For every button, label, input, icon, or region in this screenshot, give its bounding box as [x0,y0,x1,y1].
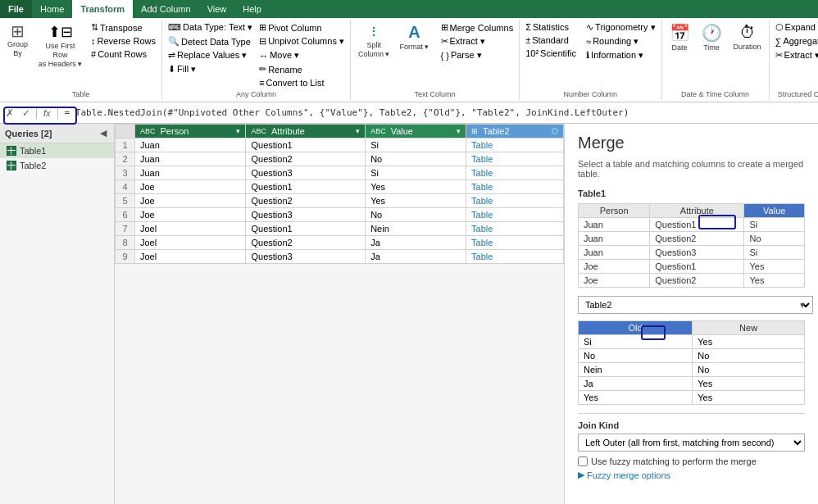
formula-back-icon[interactable]: ✗ [3,107,16,120]
information-button[interactable]: ℹ Information ▾ [584,49,657,61]
sidebar-item-table1[interactable]: Table1 [0,143,114,158]
t1-value: Si [744,218,805,232]
use-first-row-button[interactable]: ⬆⊟ Use First Rowas Headers ▾ [34,21,87,70]
table2-col-header[interactable]: ⊞ Table2 ⬡ [466,125,564,138]
value-cell: Si [366,138,466,152]
duration-button[interactable]: ⏱ Duration [729,21,766,53]
table1-mini-table: Person Attribute Value Juan Question1 Si… [578,203,805,288]
data-grid[interactable]: ABC Person ▾ ABC Attribute ▾ [115,124,564,504]
group-by-button[interactable]: ⊞ GroupBy [3,21,32,60]
join-kind-section: Join Kind Left Outer (all from first, ma… [578,420,805,480]
fuzzy-checkbox[interactable] [578,456,588,466]
value-col-filter-icon[interactable]: ▾ [457,127,461,135]
replace-values-button[interactable]: ⇌ Replace Values ▾ [166,49,255,61]
table2-dropdown-row: Table2 ▾ [578,296,805,314]
convert-to-list-button[interactable]: ≡ Convert to List [257,77,347,89]
count-rows-button[interactable]: # Count Rows [89,48,158,60]
join-kind-dropdown[interactable]: Left Outer (all from first, matching fro… [578,434,805,452]
statistics-icon: Σ [525,22,531,32]
tab-home[interactable]: Home [32,0,72,18]
tab-help[interactable]: Help [234,0,270,18]
merge-columns-button[interactable]: ⊞ Merge Columns [439,21,516,34]
table2-cell: Table [466,208,564,222]
table2-new-col[interactable]: New [693,321,805,335]
join-kind-label: Join Kind [578,420,805,430]
tab-add-column[interactable]: Add Column [133,0,199,18]
expand-button[interactable]: ⬡ Expand ▾ [773,21,818,34]
row-num-cell: 3 [116,166,135,180]
time-button[interactable]: 🕐 Time [698,21,726,54]
group-by-icon: ⊞ [11,23,25,39]
table1-person-col[interactable]: Person [579,204,650,218]
table-row: 5 Joe Question2 Yes Table [116,194,564,208]
aggregation-button[interactable]: ∑ Aggregatio... ▾ [773,35,818,48]
fill-icon: ⬇ [168,64,175,75]
table2-cell: Table [466,166,564,180]
table2-mini-header: Old New [579,321,805,335]
table2-dropdown[interactable]: Table2 [578,296,813,314]
t2-new: Yes [693,391,805,405]
t2-new: No [693,349,805,363]
transpose-button[interactable]: ⇅ Transpose [89,21,158,34]
person-col-filter-icon[interactable]: ▾ [236,127,240,135]
tab-file[interactable]: File [0,0,32,18]
formula-input[interactable]: = Table.NestedJoin(#"Unpivoted Other Col… [61,107,815,119]
table2-mini-row: No No [579,349,805,363]
parse-button[interactable]: { } Parse ▾ [439,49,516,61]
t1-value: Yes [744,260,805,274]
attribute-col-header[interactable]: ABC Attribute ▾ [246,125,366,138]
person-col-header[interactable]: ABC Person ▾ [135,125,246,138]
data-type-button[interactable]: ⌨ Data Type: Text ▾ [166,21,255,34]
scientific-button[interactable]: 10² Scientific [523,48,579,59]
standard-button[interactable]: ± Standard [523,34,579,46]
row-num-cell: 2 [116,152,135,166]
table2-old-col[interactable]: Old [579,321,693,335]
value-col-header[interactable]: ABC Value ▾ [366,125,466,138]
any-column-group-content: ⌨ Data Type: Text ▾ 🔍 Detect Data Type ⇌… [166,21,347,89]
date-button[interactable]: 📅 Date [666,21,694,54]
table2-cell: Table [466,250,564,264]
format-icon: A [408,23,420,42]
formula-check-icon[interactable]: ✓ [20,107,33,120]
table2-mini-row: Yes Yes [579,391,805,405]
attribute-cell: Question2 [246,152,366,166]
table2-col-label: Table2 [483,126,509,136]
table1-attribute-col[interactable]: Attribute [650,204,744,218]
sidebar-collapse-button[interactable]: ◀ [98,127,109,139]
rename-button[interactable]: ✏ Rename [257,63,347,75]
rounding-button[interactable]: ≈ Rounding ▾ [584,35,657,48]
split-column-button[interactable]: ⫶ SplitColumn ▾ [354,21,394,61]
t2-new: Yes [693,377,805,391]
sidebar-item-table2[interactable]: Table2 [0,158,114,173]
trigonometry-button[interactable]: ∿ Trigonometry ▾ [584,21,657,34]
scientific-icon: 10² [525,48,539,58]
reverse-rows-button[interactable]: ↕ Reverse Rows [89,35,158,47]
table1-value-col[interactable]: Value [744,204,805,218]
fill-button[interactable]: ⬇ Fill ▾ [166,63,255,75]
t2-old: Ja [579,377,693,391]
move-button[interactable]: ↔ Move ▾ [257,49,347,61]
t2-old: No [579,349,693,363]
statistics-button[interactable]: Σ Statistics [523,21,579,33]
number-column-group-content: Σ Statistics ± Standard 10² Scientific ∿ [523,21,657,89]
attribute-col-filter-icon[interactable]: ▾ [356,127,360,135]
table2-col-filter-icon[interactable]: ⬡ [552,127,558,135]
fuzzy-options-link[interactable]: ▶ Fuzzy merge options [578,470,805,480]
detect-data-type-button[interactable]: 🔍 Detect Data Type [166,35,255,48]
table2-cell: Table [466,152,564,166]
extract2-icon: ✂ [775,50,783,61]
ribbon-group-table: ⊞ GroupBy ⬆⊟ Use First Rowas Headers ▾ ⇅… [0,20,162,100]
format-button[interactable]: A Format ▾ [395,21,433,61]
table2-mini-body: Si Yes No No Nein No Ja Yes Yes Yes [579,335,805,405]
tab-transform[interactable]: Transform [72,0,133,18]
fx-label: fx [40,107,54,119]
t1-person: Juan [579,218,650,232]
pivot-column-button[interactable]: ⊞ Pivot Column [257,21,347,34]
ribbon-group-number-column: Σ Statistics ± Standard 10² Scientific ∿ [520,20,661,100]
extract2-button[interactable]: ✂ Extract ▾ [773,49,818,61]
tab-view[interactable]: View [199,0,235,18]
value-cell: Yes [366,194,466,208]
extract-button[interactable]: ✂ Extract ▾ [439,35,516,48]
unpivot-columns-button[interactable]: ⊟ Unpivot Columns ▾ [257,35,347,48]
person-cell: Joel [135,250,246,264]
